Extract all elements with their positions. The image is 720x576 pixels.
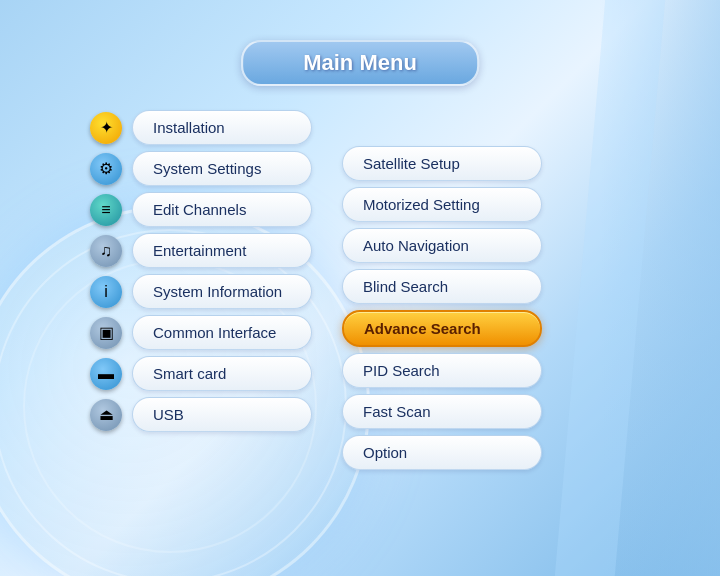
page-title: Main Menu <box>303 50 417 75</box>
right-menu-item-pid-search[interactable]: PID Search <box>342 353 542 388</box>
right-menu-item-option[interactable]: Option <box>342 435 542 470</box>
smart-card-button[interactable]: Smart card <box>132 356 312 391</box>
left-menu-item-entertainment[interactable]: ♫Entertainment <box>90 233 312 268</box>
left-menu: ✦Installation⚙System Settings≡Edit Chann… <box>90 110 312 470</box>
usb-button[interactable]: USB <box>132 397 312 432</box>
system-information-icon: i <box>90 276 122 308</box>
left-menu-item-edit-channels[interactable]: ≡Edit Channels <box>90 192 312 227</box>
common-interface-icon: ▣ <box>90 317 122 349</box>
left-menu-item-system-settings[interactable]: ⚙System Settings <box>90 151 312 186</box>
installation-button[interactable]: Installation <box>132 110 312 145</box>
right-menu: Satellite SetupMotorized SettingAuto Nav… <box>342 146 542 470</box>
edit-channels-button[interactable]: Edit Channels <box>132 192 312 227</box>
smart-card-icon: ▬ <box>90 358 122 390</box>
usb-icon: ⏏ <box>90 399 122 431</box>
auto-navigation-button[interactable]: Auto Navigation <box>342 228 542 263</box>
option-button[interactable]: Option <box>342 435 542 470</box>
left-menu-item-usb[interactable]: ⏏USB <box>90 397 312 432</box>
title-bar: Main Menu <box>241 40 479 86</box>
right-menu-item-blind-search[interactable]: Blind Search <box>342 269 542 304</box>
right-menu-item-advance-search[interactable]: Advance Search <box>342 310 542 347</box>
right-menu-item-fast-scan[interactable]: Fast Scan <box>342 394 542 429</box>
right-menu-item-auto-navigation[interactable]: Auto Navigation <box>342 228 542 263</box>
edit-channels-icon: ≡ <box>90 194 122 226</box>
system-information-button[interactable]: System Information <box>132 274 312 309</box>
advance-search-button[interactable]: Advance Search <box>342 310 542 347</box>
blind-search-button[interactable]: Blind Search <box>342 269 542 304</box>
right-menu-item-satellite-setup[interactable]: Satellite Setup <box>342 146 542 181</box>
left-menu-item-common-interface[interactable]: ▣Common Interface <box>90 315 312 350</box>
left-menu-item-system-information[interactable]: iSystem Information <box>90 274 312 309</box>
left-menu-item-smart-card[interactable]: ▬Smart card <box>90 356 312 391</box>
pid-search-button[interactable]: PID Search <box>342 353 542 388</box>
common-interface-button[interactable]: Common Interface <box>132 315 312 350</box>
right-menu-item-motorized-setting[interactable]: Motorized Setting <box>342 187 542 222</box>
satellite-setup-button[interactable]: Satellite Setup <box>342 146 542 181</box>
motorized-setting-button[interactable]: Motorized Setting <box>342 187 542 222</box>
left-menu-item-installation[interactable]: ✦Installation <box>90 110 312 145</box>
system-settings-button[interactable]: System Settings <box>132 151 312 186</box>
fast-scan-button[interactable]: Fast Scan <box>342 394 542 429</box>
system-settings-icon: ⚙ <box>90 153 122 185</box>
menu-container: ✦Installation⚙System Settings≡Edit Chann… <box>90 110 542 470</box>
entertainment-button[interactable]: Entertainment <box>132 233 312 268</box>
installation-icon: ✦ <box>90 112 122 144</box>
entertainment-icon: ♫ <box>90 235 122 267</box>
